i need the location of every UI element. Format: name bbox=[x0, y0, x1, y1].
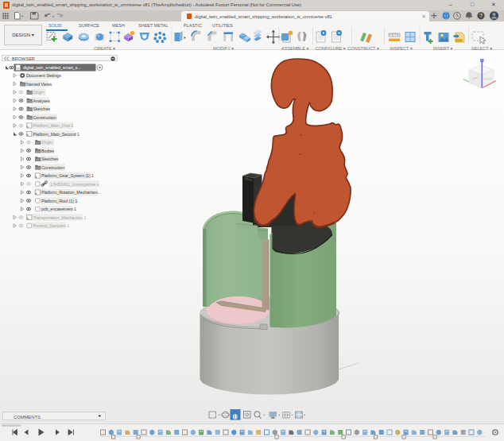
svg-text:pcb_encasement 1: pcb_encasement 1 bbox=[41, 207, 76, 211]
svg-text:Sketches: Sketches bbox=[41, 157, 59, 161]
svg-text:Construction: Construction bbox=[41, 165, 64, 170]
svg-text:Bodies: Bodies bbox=[41, 149, 54, 153]
svg-text:Platform_Rotation_Mechanism...: Platform_Rotation_Mechanism... bbox=[41, 190, 101, 195]
svg-text:Analyses: Analyses bbox=[33, 99, 50, 103]
svg-text:LEFT: LEFT bbox=[472, 77, 479, 80]
svg-text:Document Settings: Document Settings bbox=[26, 73, 61, 78]
svg-text:FRONT: FRONT bbox=[484, 78, 493, 81]
svg-text:Named Views: Named Views bbox=[26, 82, 52, 87]
svg-text:Platform_Main_First 1: Platform_Main_First 1 bbox=[33, 123, 74, 128]
svg-text:digital_twin_enabled_smart_s..: digital_twin_enabled_smart_s... bbox=[23, 65, 80, 70]
svg-text:?: ? bbox=[479, 13, 483, 18]
svg-text:Sketches: Sketches bbox=[33, 106, 51, 111]
svg-text:Platform_Roof (1) 1: Platform_Roof (1) 1 bbox=[41, 199, 77, 203]
svg-text:17HS3401_Unoregistree v...: 17HS3401_Unoregistree v... bbox=[50, 182, 102, 187]
svg-text:Platform_Gear_System (1) 1: Platform_Gear_System (1) 1 bbox=[41, 173, 94, 178]
svg-text:Origin: Origin bbox=[41, 140, 52, 145]
svg-text:Platform_Main_Second 1: Platform_Main_Second 1 bbox=[33, 132, 79, 137]
svg-text:Transportation_Mechanism 1: Transportation_Mechanism 1 bbox=[33, 215, 87, 220]
svg-text:Origin: Origin bbox=[33, 90, 45, 95]
svg-text:Product_Samples 1: Product_Samples 1 bbox=[33, 223, 69, 228]
svg-text:Construction: Construction bbox=[33, 115, 56, 120]
